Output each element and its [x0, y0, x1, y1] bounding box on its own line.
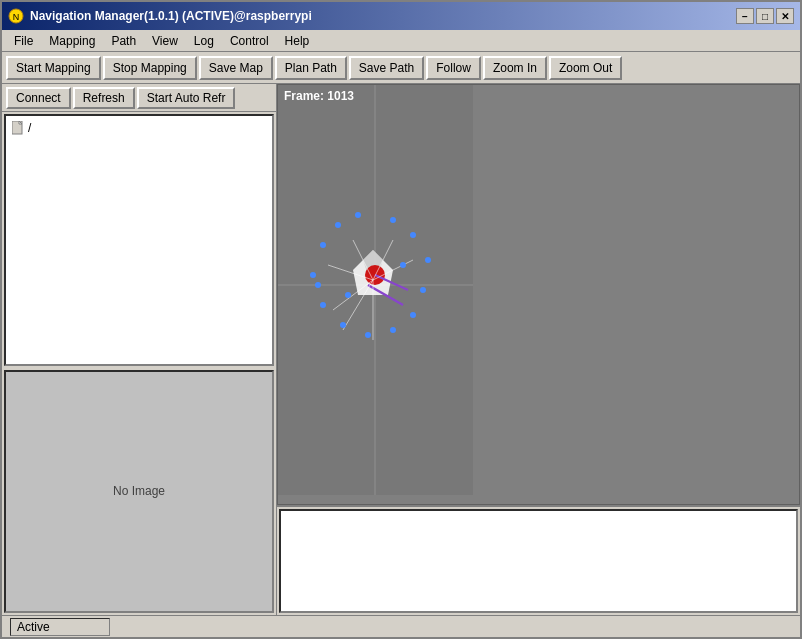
- bottom-panel: [277, 505, 800, 615]
- main-toolbar: Start Mapping Stop Mapping Save Map Plan…: [2, 52, 800, 84]
- svg-point-27: [410, 312, 416, 318]
- title-bar: N Navigation Manager(1.0.1) (ACTIVE)@ras…: [2, 2, 800, 30]
- menu-path[interactable]: Path: [103, 32, 144, 50]
- svg-text:N: N: [13, 12, 20, 22]
- svg-point-21: [335, 222, 341, 228]
- svg-point-23: [390, 217, 396, 223]
- svg-point-26: [420, 287, 426, 293]
- menu-help[interactable]: Help: [277, 32, 318, 50]
- file-tree[interactable]: /: [4, 114, 274, 366]
- menu-bar: File Mapping Path View Log Control Help: [2, 30, 800, 52]
- main-content: Connect Refresh Start Auto Refr / No Ima…: [2, 84, 800, 615]
- left-panel: Connect Refresh Start Auto Refr / No Ima…: [2, 84, 277, 615]
- refresh-button[interactable]: Refresh: [73, 87, 135, 109]
- list-item[interactable]: /: [10, 120, 268, 136]
- left-toolbar: Connect Refresh Start Auto Refr: [2, 84, 276, 112]
- svg-point-20: [320, 242, 326, 248]
- menu-control[interactable]: Control: [222, 32, 277, 50]
- svg-point-32: [310, 272, 316, 278]
- window-title: Navigation Manager(1.0.1) (ACTIVE)@raspb…: [30, 9, 736, 23]
- menu-view[interactable]: View: [144, 32, 186, 50]
- menu-log[interactable]: Log: [186, 32, 222, 50]
- start-mapping-button[interactable]: Start Mapping: [6, 56, 101, 80]
- status-text: Active: [17, 620, 50, 634]
- svg-point-31: [320, 302, 326, 308]
- svg-point-35: [345, 292, 351, 298]
- zoom-in-button[interactable]: Zoom In: [483, 56, 547, 80]
- svg-point-28: [390, 327, 396, 333]
- svg-point-29: [365, 332, 371, 338]
- svg-point-33: [315, 282, 321, 288]
- file-icon: [12, 121, 24, 135]
- save-map-button[interactable]: Save Map: [199, 56, 273, 80]
- status-bar: Active: [2, 615, 800, 637]
- maximize-button[interactable]: □: [756, 8, 774, 24]
- svg-point-34: [400, 262, 406, 268]
- save-path-button[interactable]: Save Path: [349, 56, 424, 80]
- svg-point-24: [410, 232, 416, 238]
- close-button[interactable]: ✕: [776, 8, 794, 24]
- map-visualization: [278, 85, 799, 504]
- minimize-button[interactable]: −: [736, 8, 754, 24]
- menu-mapping[interactable]: Mapping: [41, 32, 103, 50]
- connect-button[interactable]: Connect: [6, 87, 71, 109]
- svg-point-30: [340, 322, 346, 328]
- app-icon: N: [8, 8, 24, 24]
- svg-point-22: [355, 212, 361, 218]
- menu-file[interactable]: File: [6, 32, 41, 50]
- zoom-out-button[interactable]: Zoom Out: [549, 56, 622, 80]
- status-panel: Active: [10, 618, 110, 636]
- svg-point-25: [425, 257, 431, 263]
- main-window: N Navigation Manager(1.0.1) (ACTIVE)@ras…: [0, 0, 802, 639]
- follow-button[interactable]: Follow: [426, 56, 481, 80]
- bottom-inner: [279, 509, 798, 613]
- image-panel: No Image: [4, 370, 274, 614]
- frame-label: Frame: 1013: [284, 89, 354, 103]
- start-auto-refresh-button[interactable]: Start Auto Refr: [137, 87, 236, 109]
- right-panel: Frame: 1013: [277, 84, 800, 615]
- plan-path-button[interactable]: Plan Path: [275, 56, 347, 80]
- map-area[interactable]: Frame: 1013: [277, 84, 800, 505]
- window-controls: − □ ✕: [736, 8, 794, 24]
- stop-mapping-button[interactable]: Stop Mapping: [103, 56, 197, 80]
